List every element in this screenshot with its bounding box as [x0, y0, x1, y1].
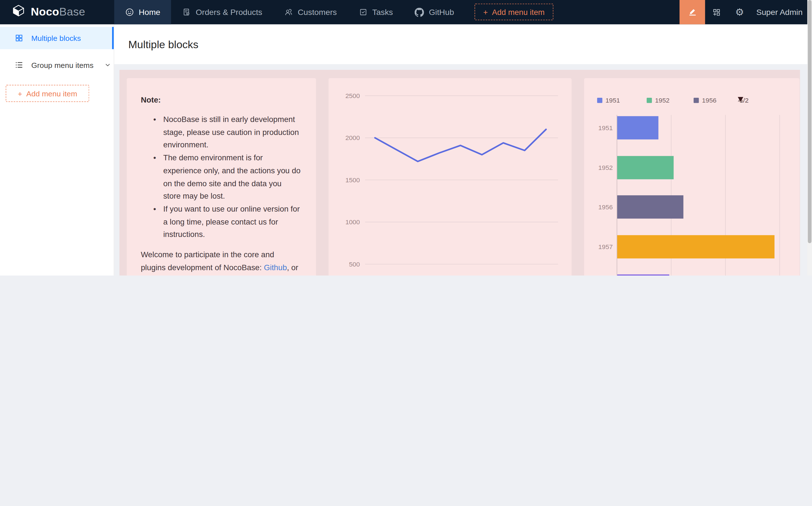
bar-1951[interactable] — [617, 116, 658, 140]
sidebar: Multiple blocksGroup menu items + Add me… — [0, 24, 114, 275]
navbar-add-menu-item-button[interactable]: + Add menu item — [474, 4, 554, 20]
note-bullet-line: environment. — [141, 139, 303, 152]
sidebar-item-multiple-blocks[interactable]: Multiple blocks — [0, 27, 114, 49]
y-tick-label: 1000 — [345, 219, 360, 226]
ui-editor-button[interactable] — [680, 0, 706, 24]
nocobase-logo[interactable]: NocoBase — [0, 0, 114, 24]
sidebar-item-group-menu-items[interactable]: Group menu items — [0, 54, 114, 76]
orders-icon — [182, 8, 191, 17]
bar-1952[interactable] — [617, 156, 674, 179]
line-chart-block: 050010001500200025002010-012010-032010-0… — [328, 78, 572, 275]
note-bullet-line: instructions. — [141, 228, 303, 241]
bar-1957[interactable] — [617, 235, 774, 259]
brand-text: NocoBase — [31, 6, 85, 19]
nocobase-cube-icon — [12, 4, 26, 20]
y-category-label: 1952 — [598, 164, 613, 171]
page-header: Multiple blocks — [114, 24, 812, 64]
page-title: Multiple blocks — [114, 24, 812, 51]
nav-item-tasks[interactable]: Tasks — [348, 0, 404, 24]
note-bullet-line: •NocoBase is still in early development — [141, 113, 303, 126]
nav-item-home[interactable]: Home — [114, 0, 171, 24]
note-bullet-line: stage, please use caution in production — [141, 126, 303, 139]
tasks-icon — [359, 8, 367, 17]
nav-item-customers[interactable]: Customers — [273, 0, 348, 24]
nav-item-orders-products[interactable]: Orders & Products — [171, 0, 273, 24]
note-paragraph: Welcome to participate in the core andpl… — [141, 249, 303, 275]
line-chart: 050010001500200025002010-012010-032010-0… — [328, 78, 572, 275]
smiley-icon — [125, 8, 134, 17]
note-bullet-line: experience only, and the actions you do — [141, 165, 303, 177]
y-category-label: 1957 — [598, 243, 613, 250]
highlighter-icon — [687, 6, 697, 18]
note-bullet-list: •NocoBase is still in early developments… — [141, 113, 303, 241]
horizontal-bar-chart-block: 1951195219561/2 050100150195119521956195… — [584, 78, 800, 275]
plus-icon: + — [483, 8, 488, 16]
note-bullet-line: •If you want to use our online version f… — [141, 203, 303, 216]
top-navbar: NocoBase HomeOrders & ProductsCustomersT… — [0, 0, 812, 24]
window-scrollbar-track[interactable] — [807, 0, 812, 275]
user-name[interactable]: Super Admin — [756, 8, 803, 17]
line-series — [375, 129, 546, 161]
grid-icon — [15, 33, 23, 42]
y-tick-label: 2000 — [345, 135, 360, 142]
github-icon — [415, 8, 424, 17]
y-tick-label: 1500 — [345, 176, 360, 184]
bar-1958[interactable] — [617, 274, 669, 275]
note-block: Note: •NocoBase is still in early develo… — [127, 78, 316, 275]
navbar-menu: HomeOrders & ProductsCustomersTasksGitHu… — [114, 0, 465, 24]
bar-1956[interactable] — [617, 195, 683, 219]
note-bullet-line: •The demo environment is for — [141, 152, 303, 164]
y-category-label: 1956 — [598, 203, 613, 211]
y-tick-label: 500 — [349, 261, 360, 268]
appstore-add-icon[interactable] — [705, 0, 728, 24]
y-category-label: 1951 — [598, 124, 613, 132]
chevron-down-icon — [104, 62, 111, 69]
horizontal-bar-chart: 05010015019511952195619571958 — [584, 78, 800, 275]
note-link[interactable]: Github — [264, 263, 287, 271]
note-bullet-line: store may be lost. — [141, 190, 303, 202]
nav-item-github[interactable]: GitHub — [404, 0, 465, 24]
note-bullet-line: a long time, please contact us for — [141, 216, 303, 228]
navbar-right-cluster: ⚙ Super Admin — [680, 0, 812, 24]
note-title: Note: — [141, 95, 303, 105]
sidebar-add-menu-item-button[interactable]: + Add menu item — [6, 85, 89, 102]
note-bullet-line: on the demo site and the data you — [141, 177, 303, 190]
list-icon — [15, 61, 23, 69]
y-tick-label: 2500 — [345, 92, 360, 99]
window-scrollbar-thumb[interactable] — [808, 0, 811, 243]
plus-icon: + — [18, 89, 22, 97]
gear-icon[interactable]: ⚙ — [728, 0, 751, 24]
note-paragraphs: Welcome to participate in the core andpl… — [141, 249, 303, 275]
app-root: NocoBase HomeOrders & ProductsCustomersT… — [0, 0, 812, 275]
customers-icon — [284, 8, 293, 17]
